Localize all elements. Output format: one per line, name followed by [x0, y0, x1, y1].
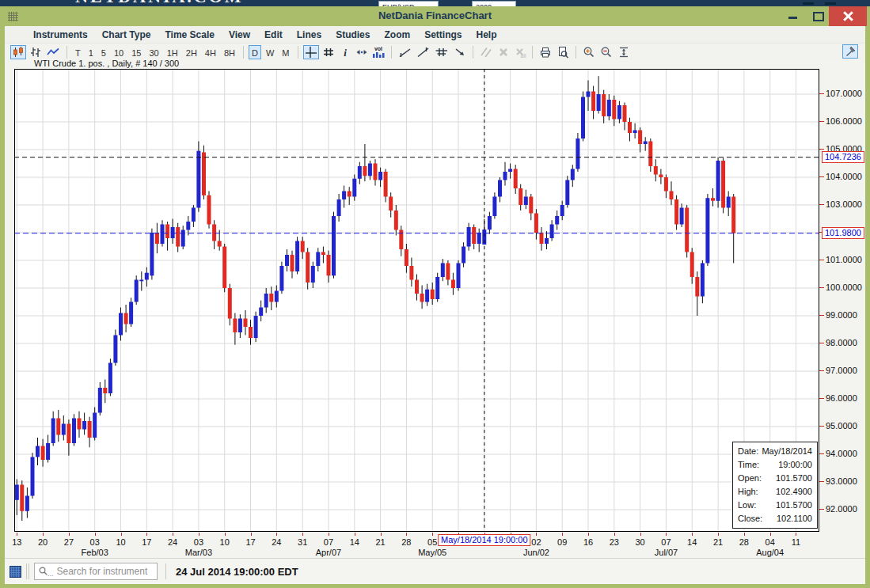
- instrument-label: WTI Crude 1. pos. , Daily, # 140 / 300: [34, 59, 179, 68]
- print-preview-button[interactable]: [555, 45, 571, 59]
- crosshair-tool-button[interactable]: [303, 45, 319, 59]
- maximize-button[interactable]: [807, 6, 828, 26]
- timescale-15-button[interactable]: 15: [128, 45, 144, 59]
- price-axis: 104.7236 101.9800 107.0000106.0000105.00…: [819, 60, 865, 558]
- menu-settings[interactable]: Settings: [417, 29, 469, 40]
- zoom-in-button[interactable]: [581, 45, 597, 59]
- tooltip-row: High:102.4900: [733, 485, 817, 499]
- grid-toggle-button[interactable]: [321, 45, 336, 59]
- price-axis-tick: [819, 260, 824, 260]
- ohlc-bars-icon: [29, 46, 42, 59]
- menu-studies[interactable]: Studies: [329, 29, 377, 40]
- menu-chart-type[interactable]: Chart Type: [95, 29, 158, 40]
- fit-vertical-button[interactable]: [616, 45, 632, 59]
- arrow-tool-button[interactable]: [452, 45, 468, 59]
- horizontal-range-button[interactable]: [354, 45, 370, 59]
- zoom-out-button[interactable]: [598, 45, 614, 59]
- info-button[interactable]: i: [338, 45, 352, 59]
- date-axis-tick: [276, 533, 277, 536]
- date-axis-tick: [666, 533, 667, 536]
- price-axis-label: 101.0000: [826, 255, 862, 264]
- delete-object-button[interactable]: [496, 45, 511, 59]
- parallel-lines-icon: [480, 46, 492, 59]
- period-m-button[interactable]: M: [279, 45, 292, 59]
- date-axis-label: 27: [64, 537, 74, 547]
- timescale-1-button[interactable]: 1: [85, 45, 97, 59]
- status-separator: [28, 563, 29, 579]
- date-axis-label: 24: [168, 537, 177, 547]
- line-chart-icon: [47, 46, 60, 59]
- zoom-out-icon: [600, 46, 613, 59]
- date-axis-label: 02: [531, 537, 541, 547]
- timescale-5-button[interactable]: 5: [98, 45, 109, 59]
- menu-help[interactable]: Help: [469, 29, 503, 40]
- timescale-30-button[interactable]: 30: [146, 45, 161, 59]
- date-axis-label: 23: [610, 537, 619, 547]
- crosshair-icon: [305, 46, 317, 59]
- period-w-button[interactable]: W: [263, 45, 277, 59]
- search-input[interactable]: [55, 565, 154, 578]
- date-axis-label: 14: [687, 537, 697, 547]
- month-axis-label: Aug/04: [756, 548, 784, 557]
- month-axis-label: Feb/03: [82, 548, 108, 557]
- minimize-button[interactable]: [783, 6, 804, 26]
- print-preview-icon: [557, 46, 569, 59]
- tooltip-row: Time:19:00:00: [733, 458, 817, 472]
- menu-view[interactable]: View: [222, 29, 257, 40]
- delete-x-icon: [497, 46, 510, 59]
- ohlc-tooltip: Date:May/18/2014Time:19:00:00Open:101.57…: [732, 442, 818, 529]
- date-axis-label: 31: [298, 537, 307, 547]
- candlestick-chart[interactable]: [14, 69, 819, 532]
- pin-window-button[interactable]: [842, 44, 858, 59]
- date-axis-label: 20: [38, 537, 47, 547]
- grid-icon: [322, 46, 335, 59]
- date-axis-label: 28: [739, 537, 749, 547]
- delete-all-subscript: all: [520, 53, 526, 59]
- tooltip-label: Date:: [738, 446, 758, 457]
- date-axis-tick: [692, 533, 693, 536]
- arrow-annotation-icon: [454, 46, 466, 59]
- trendline-tool-button[interactable]: [397, 45, 413, 59]
- timescale-2h-button[interactable]: 2H: [183, 45, 200, 59]
- print-button[interactable]: [538, 45, 553, 59]
- status-separator: [26, 563, 27, 579]
- status-separator: [165, 563, 166, 579]
- menu-zoom[interactable]: Zoom: [377, 29, 417, 40]
- toolbar-separator: [243, 46, 244, 59]
- volume-bars-icon: [373, 51, 385, 58]
- date-axis-tick: [199, 533, 199, 536]
- window-titlebar[interactable]: NetDania FinanceChart: [0, 6, 870, 26]
- close-button[interactable]: [829, 6, 867, 26]
- menu-edit[interactable]: Edit: [257, 29, 290, 40]
- chart-type-line-button[interactable]: [45, 45, 62, 59]
- background-fragment: [825, 2, 836, 5]
- tooltip-row: Low:101.5700: [733, 499, 817, 512]
- delete-all-objects-button[interactable]: all: [513, 45, 527, 59]
- date-axis-label: 07: [661, 537, 671, 547]
- date-axis-label: 14: [350, 537, 359, 547]
- menu-instruments[interactable]: Instruments: [26, 29, 95, 40]
- timescale-1h-button[interactable]: 1H: [164, 45, 181, 59]
- period-d-button[interactable]: D: [249, 45, 261, 59]
- tooltip-value: 101.5700: [776, 499, 812, 511]
- date-axis-tick: [69, 533, 70, 536]
- menu-time-scale[interactable]: Time Scale: [158, 29, 221, 40]
- instrument-list-icon[interactable]: [9, 566, 21, 578]
- date-axis-label: 17: [245, 537, 255, 547]
- timescale-t-button[interactable]: T: [72, 45, 84, 59]
- timescale-4h-button[interactable]: 4H: [202, 45, 219, 59]
- chart-type-candlestick-button[interactable]: [10, 45, 26, 59]
- halfline-tool-button[interactable]: [433, 45, 450, 59]
- price-axis-tick: [819, 315, 824, 316]
- timescale-8h-button[interactable]: 8H: [221, 45, 238, 59]
- ray-tool-button[interactable]: [415, 45, 431, 59]
- volume-toggle-button[interactable]: vol: [371, 45, 386, 59]
- menu-lines[interactable]: Lines: [290, 29, 329, 40]
- chart-type-bars-button[interactable]: [28, 45, 44, 59]
- timescale-10-button[interactable]: 10: [111, 45, 127, 59]
- window-border-bottom: [0, 584, 870, 588]
- tooltip-value: May/18/2014: [762, 446, 812, 457]
- parallel-line-button[interactable]: [478, 45, 494, 59]
- search-box[interactable]: ...: [34, 563, 158, 580]
- date-axis-tick: [562, 533, 563, 536]
